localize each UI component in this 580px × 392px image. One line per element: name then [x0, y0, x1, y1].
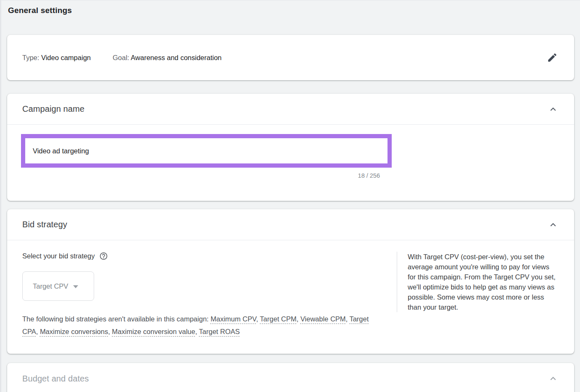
bid-strategy-link[interactable]: Target CPM — [260, 315, 296, 323]
bid-strategy-link[interactable]: Maximize conversions — [40, 328, 108, 335]
bid-strategy-link[interactable]: Target ROAS — [199, 328, 240, 335]
pencil-icon — [547, 52, 558, 63]
collapse-button[interactable] — [546, 372, 560, 385]
type-value: Video campaign — [41, 54, 91, 61]
goal-value: Awareness and consideration — [131, 54, 221, 61]
bid-strategy-title: Bid strategy — [22, 220, 67, 229]
budget-dates-card: Budget and dates — [7, 363, 574, 392]
edit-button[interactable] — [546, 51, 559, 64]
page-title: General settings — [8, 6, 574, 15]
bid-strategy-link[interactable]: Viewable CPM — [301, 315, 346, 323]
bid-strategy-left: Select your bid strategy Target CPV Th — [22, 252, 397, 338]
bid-strategy-header[interactable]: Bid strategy — [7, 209, 574, 240]
bid-strategy-body: Select your bid strategy Target CPV Th — [7, 240, 574, 354]
campaign-name-title: Campaign name — [22, 104, 84, 114]
collapse-button[interactable] — [546, 218, 560, 232]
campaign-name-input[interactable] — [25, 138, 388, 163]
annotation-highlight — [21, 134, 392, 168]
campaign-type: Type: Video campaign — [22, 54, 91, 62]
help-icon — [99, 252, 108, 260]
collapse-button[interactable] — [546, 103, 560, 116]
unavailable-strategies-text: The following bid strategies aren't avai… — [22, 313, 381, 338]
general-settings-page: General settings Type: Video campaign Go… — [1, 6, 580, 392]
bid-strategy-help-text: With Target CPV (cost-per-view), you set… — [397, 252, 559, 312]
chevron-up-icon — [548, 104, 559, 115]
budget-dates-title: Budget and dates — [22, 374, 89, 384]
char-counter: 18 / 256 — [21, 172, 392, 179]
select-label-row: Select your bid strategy — [22, 252, 381, 260]
chevron-up-icon — [548, 373, 559, 384]
campaign-name-header[interactable]: Campaign name — [7, 94, 574, 125]
bid-strategy-dropdown[interactable]: Target CPV — [22, 271, 94, 301]
campaign-name-card: Campaign name 18 / 256 — [7, 94, 574, 201]
bid-strategy-link[interactable]: Maximize conversion value — [112, 328, 195, 335]
budget-dates-header[interactable]: Budget and dates — [7, 363, 574, 392]
select-bid-strategy-label: Select your bid strategy — [22, 252, 95, 260]
bid-strategy-card: Bid strategy Select your bid strategy — [7, 209, 574, 354]
caret-down-icon — [73, 285, 78, 288]
unavailable-prefix: The following bid strategies aren't avai… — [22, 315, 211, 323]
chevron-up-icon — [548, 219, 559, 230]
type-goal-card: Type: Video campaign Goal: Awareness and… — [7, 35, 574, 80]
help-button[interactable] — [99, 252, 108, 260]
goal-label: Goal: — [113, 54, 129, 61]
type-label: Type: — [22, 54, 39, 61]
bid-strategy-selected-value: Target CPV — [33, 282, 68, 290]
campaign-name-body: 18 / 256 — [7, 125, 574, 179]
bid-strategy-link[interactable]: Maximum CPV — [211, 315, 256, 323]
campaign-goal: Goal: Awareness and consideration — [113, 54, 221, 62]
